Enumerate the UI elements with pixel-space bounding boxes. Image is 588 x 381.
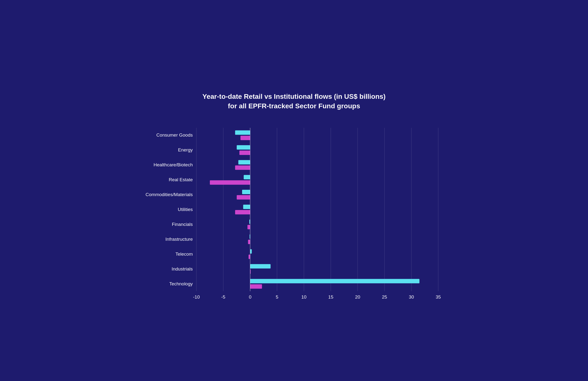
svg-text:Utilities: Utilities [178, 207, 192, 212]
svg-text:Consumer Goods: Consumer Goods [156, 133, 193, 138]
svg-rect-35 [249, 255, 250, 259]
chart-container: Year-to-date Retail vs Institutional flo… [130, 84, 458, 297]
svg-rect-20 [210, 180, 250, 185]
svg-text:35: 35 [436, 294, 441, 300]
svg-text:Energy: Energy [178, 148, 193, 153]
svg-text:25: 25 [382, 294, 387, 300]
svg-rect-14 [239, 151, 250, 155]
svg-rect-16 [238, 160, 250, 165]
svg-text:5: 5 [275, 294, 278, 300]
svg-rect-10 [235, 131, 250, 135]
svg-rect-29 [248, 225, 250, 229]
title-line1: Year-to-date Retail vs Institutional flo… [140, 92, 448, 101]
svg-text:Commodities/Materials: Commodities/Materials [145, 192, 192, 197]
svg-text:15: 15 [328, 294, 333, 300]
svg-text:0: 0 [249, 294, 251, 300]
svg-rect-22 [242, 190, 250, 194]
svg-text:Financials: Financials [172, 222, 193, 227]
svg-rect-17 [235, 166, 250, 170]
svg-text:Technology: Technology [169, 281, 193, 286]
svg-text:Industrials: Industrials [171, 266, 193, 271]
svg-rect-40 [250, 279, 420, 284]
svg-rect-23 [237, 195, 250, 200]
svg-text:Real Estate: Real Estate [168, 177, 192, 182]
svg-rect-37 [250, 264, 271, 268]
svg-text:-10: -10 [193, 294, 200, 300]
svg-text:30: 30 [409, 294, 414, 300]
svg-rect-19 [244, 175, 250, 180]
svg-text:Telecom: Telecom [175, 251, 193, 257]
svg-text:10: 10 [301, 294, 306, 300]
chart-title: Year-to-date Retail vs Institutional flo… [140, 92, 448, 111]
svg-text:Infrastructure: Infrastructure [165, 237, 193, 242]
title-line2: for all EPFR-tracked Sector Fund groups [140, 101, 448, 111]
svg-rect-34 [250, 249, 252, 254]
svg-text:Healthcare/Biotech: Healthcare/Biotech [153, 162, 193, 168]
svg-rect-26 [235, 210, 250, 214]
svg-rect-32 [248, 240, 250, 244]
svg-text:20: 20 [355, 294, 360, 300]
svg-rect-13 [237, 145, 250, 150]
svg-rect-11 [240, 136, 250, 140]
svg-text:-5: -5 [221, 294, 225, 300]
svg-rect-25 [243, 205, 250, 209]
main-chart: Consumer GoodsEnergyHealthcare/BiotechRe… [140, 118, 448, 308]
svg-rect-41 [250, 285, 262, 289]
